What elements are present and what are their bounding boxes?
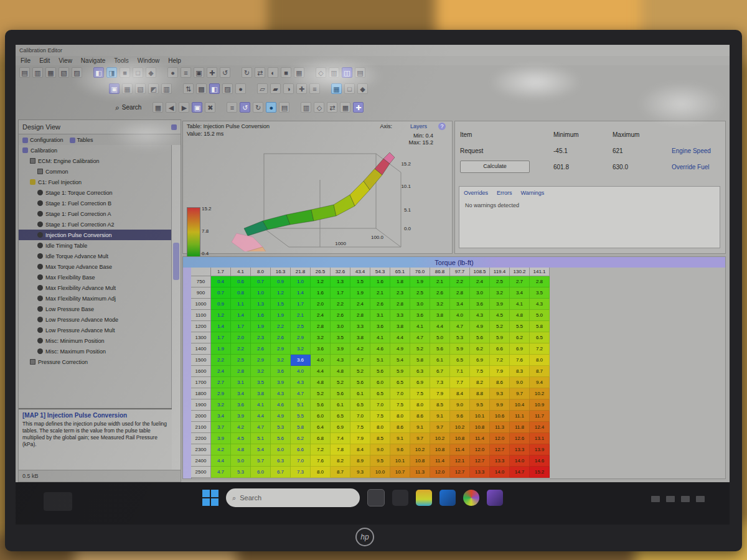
info-tab-overrides[interactable]: Overrides bbox=[464, 190, 488, 196]
toolbar-icon[interactable]: ▥ bbox=[329, 67, 339, 78]
table-cell[interactable]: 6.9 bbox=[331, 422, 350, 433]
table-cell[interactable]: 6.7 bbox=[430, 366, 450, 377]
table-cell[interactable]: 4.3 bbox=[291, 377, 311, 388]
row-header[interactable]: 1700 bbox=[191, 377, 211, 388]
panel-menu-icon[interactable] bbox=[171, 124, 177, 130]
table-cell[interactable]: 10.2 bbox=[530, 388, 550, 399]
table-cell[interactable]: 7.6 bbox=[510, 355, 530, 366]
table-cell[interactable]: 4.4 bbox=[390, 332, 410, 343]
table-cell[interactable]: 9.7 bbox=[510, 388, 530, 399]
toolbar-icon[interactable]: ■ bbox=[281, 67, 291, 78]
table-cell[interactable]: 7.2 bbox=[311, 444, 331, 455]
table-cell[interactable]: 3.6 bbox=[231, 399, 251, 411]
row-header[interactable]: 1600 bbox=[191, 366, 211, 377]
table-cell[interactable]: 2.7 bbox=[510, 276, 530, 287]
table-cell[interactable]: 15.2 bbox=[530, 467, 550, 478]
column-header[interactable]: 130.2 bbox=[510, 268, 530, 276]
table-cell[interactable]: 5.8 bbox=[410, 355, 430, 366]
table-cell[interactable]: 6.0 bbox=[370, 377, 390, 388]
toolbar-icon[interactable]: ● bbox=[167, 67, 178, 78]
table-cell[interactable]: 2.2 bbox=[211, 355, 231, 366]
table-cell[interactable]: 3.9 bbox=[271, 377, 291, 388]
table-cell[interactable]: 6.4 bbox=[311, 422, 331, 433]
table-cell[interactable]: 4.7 bbox=[450, 321, 470, 332]
toolbar-icon[interactable]: ◧ bbox=[209, 83, 220, 94]
table-cell[interactable]: 4.0 bbox=[450, 310, 470, 321]
table-cell[interactable]: 2.5 bbox=[410, 287, 430, 299]
table-cell[interactable]: 4.5 bbox=[231, 433, 251, 444]
table-cell[interactable]: 11.4 bbox=[450, 444, 470, 455]
table-cell[interactable]: 2.6 bbox=[331, 310, 350, 321]
table-cell[interactable]: 5.0 bbox=[530, 310, 550, 321]
table-cell[interactable]: 4.7 bbox=[410, 332, 430, 343]
table-cell[interactable]: 4.5 bbox=[490, 310, 510, 321]
table-cell[interactable]: 4.2 bbox=[231, 422, 251, 433]
table-cell[interactable]: 4.6 bbox=[271, 399, 291, 411]
toolbar-icon[interactable]: ◇ bbox=[316, 67, 326, 78]
table-cell[interactable]: 4.7 bbox=[211, 467, 231, 478]
row-header[interactable]: 1900 bbox=[191, 399, 211, 411]
tree-item[interactable]: Common bbox=[19, 166, 172, 177]
table-cell[interactable]: 12.7 bbox=[450, 467, 470, 478]
toolbar-icon[interactable]: ◆ bbox=[146, 67, 156, 78]
table-cell[interactable]: 2.2 bbox=[450, 276, 470, 287]
toolbar-icon[interactable]: ▦ bbox=[45, 67, 56, 78]
table-cell[interactable]: 4.8 bbox=[331, 366, 350, 377]
table-cell[interactable]: 3.8 bbox=[350, 332, 370, 343]
table-cell[interactable]: 2.6 bbox=[251, 343, 271, 355]
column-header[interactable]: 26.5 bbox=[311, 268, 331, 276]
table-cell[interactable]: 4.9 bbox=[470, 321, 490, 332]
column-header[interactable]: 16.3 bbox=[271, 268, 291, 276]
table-cell[interactable]: 1.5 bbox=[271, 299, 291, 310]
toolbar-icon[interactable]: ◑ bbox=[283, 83, 294, 94]
tree-item[interactable]: Low Pressure Advance Mult bbox=[19, 325, 172, 335]
table-cell[interactable]: 5.0 bbox=[430, 332, 450, 343]
table-cell[interactable]: 1.3 bbox=[331, 276, 350, 287]
table-cell[interactable]: 5.4 bbox=[251, 444, 271, 455]
table-cell[interactable]: 6.5 bbox=[331, 411, 350, 422]
table-cell[interactable]: 3.2 bbox=[291, 343, 311, 355]
table-cell[interactable]: 14.0 bbox=[490, 467, 510, 478]
table-cell[interactable]: 3.3 bbox=[390, 310, 410, 321]
table-cell[interactable]: 7.3 bbox=[430, 377, 450, 388]
table-cell[interactable]: 7.0 bbox=[350, 411, 370, 422]
table-cell[interactable]: 5.2 bbox=[311, 388, 331, 399]
table-cell[interactable]: 1.4 bbox=[211, 321, 231, 332]
table-cell[interactable]: 7.8 bbox=[331, 444, 350, 455]
table-cell[interactable]: 1.5 bbox=[350, 276, 370, 287]
column-header[interactable]: 43.4 bbox=[350, 268, 370, 276]
toolbar-icon[interactable]: ≡ bbox=[309, 83, 320, 94]
table-cell[interactable]: 3.1 bbox=[370, 310, 390, 321]
table-cell[interactable]: 5.2 bbox=[410, 343, 430, 355]
table-cell[interactable]: 1.8 bbox=[390, 276, 410, 287]
table-cell[interactable]: 1.2 bbox=[211, 310, 231, 321]
table-cell[interactable]: 9.1 bbox=[410, 422, 430, 433]
table-cell[interactable]: 2.1 bbox=[291, 310, 311, 321]
table-cell[interactable]: 8.2 bbox=[470, 377, 490, 388]
widgets-icon[interactable] bbox=[44, 492, 72, 511]
table-cell[interactable]: 1.0 bbox=[251, 287, 271, 299]
toolbar-icon[interactable]: ▦ bbox=[122, 83, 133, 94]
table-cell[interactable]: 4.2 bbox=[350, 343, 370, 355]
toolbar-icon[interactable]: ▦ bbox=[153, 102, 163, 113]
table-cell[interactable]: 4.3 bbox=[470, 310, 490, 321]
table-cell[interactable]: 11.4 bbox=[430, 455, 450, 467]
column-header[interactable]: 4.1 bbox=[231, 268, 251, 276]
table-cell[interactable]: 5.6 bbox=[311, 399, 331, 411]
table-cell[interactable]: 9.1 bbox=[430, 411, 450, 422]
table-cell[interactable]: 9.6 bbox=[390, 444, 410, 455]
table-cell[interactable]: 9.9 bbox=[490, 399, 510, 411]
toolbar-icon[interactable]: ▦ bbox=[340, 102, 350, 113]
table-cell[interactable]: 0.4 bbox=[211, 276, 231, 287]
search-button[interactable]: ⌕ Search bbox=[115, 103, 141, 112]
table-cell[interactable]: 12.1 bbox=[450, 455, 470, 467]
row-header[interactable]: 1500 bbox=[191, 355, 211, 366]
table-cell[interactable]: 7.7 bbox=[450, 377, 470, 388]
table-cell[interactable]: 2.4 bbox=[350, 299, 370, 310]
table-cell[interactable]: 1.2 bbox=[271, 287, 291, 299]
table-cell[interactable]: 2.1 bbox=[370, 287, 390, 299]
toolbar-icon[interactable]: ▥ bbox=[301, 102, 311, 113]
table-cell[interactable]: 3.7 bbox=[211, 422, 231, 433]
table-cell[interactable]: 2.8 bbox=[530, 276, 550, 287]
table-cell[interactable]: 10.2 bbox=[430, 433, 450, 444]
